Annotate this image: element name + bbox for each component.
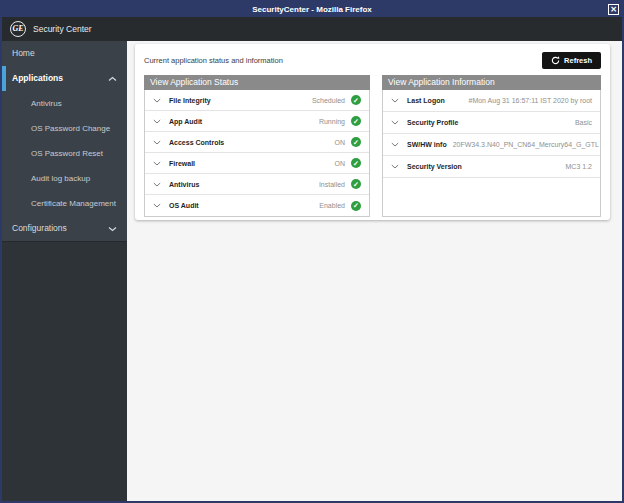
chevron-down-icon[interactable] [153, 203, 161, 208]
success-check-icon: ✓ [351, 95, 361, 105]
status-row[interactable]: App Audit Running ✓ [145, 111, 369, 132]
sidebar-item-os-password-reset[interactable]: OS Password Reset [2, 141, 127, 166]
status-label: App Audit [169, 118, 202, 125]
chevron-down-icon[interactable] [153, 182, 161, 187]
sidebar-item-home[interactable]: Home [2, 41, 127, 66]
main-content: Current application status and informati… [127, 41, 622, 501]
status-label: File Integrity [169, 97, 211, 104]
firefox-window: SecurityCenter - Mozilla Firefox ✕ GE Se… [0, 0, 624, 503]
refresh-icon [551, 56, 560, 65]
status-value: ON [335, 160, 346, 167]
info-row[interactable]: Last Logon #Mon Aug 31 16:57:11 IST 2020… [383, 90, 600, 112]
info-row[interactable]: SW/HW info 20FW34.3.N40_PN_CN64_Mercury6… [383, 134, 600, 156]
success-check-icon: ✓ [351, 116, 361, 126]
chevron-up-icon [108, 76, 117, 82]
refresh-button[interactable]: Refresh [542, 52, 601, 69]
status-label: OS Audit [169, 202, 199, 209]
status-row[interactable]: Antivirus Installed ✓ [145, 174, 369, 195]
chevron-down-icon[interactable] [391, 142, 399, 147]
sidebar-item-configurations[interactable]: Configurations [2, 216, 127, 242]
sidebar-item-label: Applications [12, 74, 63, 83]
success-check-icon: ✓ [351, 201, 361, 211]
window-body: Home Applications Antivirus OS Password … [2, 41, 622, 501]
sidebar: Home Applications Antivirus OS Password … [2, 41, 127, 501]
close-icon: ✕ [610, 6, 617, 14]
success-check-icon: ✓ [351, 137, 361, 147]
sidebar-item-audit-log-backup[interactable]: Audit log backup [2, 166, 127, 191]
success-check-icon: ✓ [351, 179, 361, 189]
window-titlebar[interactable]: SecurityCenter - Mozilla Firefox ✕ [2, 2, 622, 17]
chevron-down-icon[interactable] [153, 140, 161, 145]
status-panel-body: File Integrity Scheduled ✓ App Audit Run… [144, 90, 370, 217]
status-card: Current application status and informati… [135, 44, 610, 220]
window-title: SecurityCenter - Mozilla Firefox [252, 5, 372, 14]
status-label: Access Controls [169, 139, 224, 146]
chevron-down-icon[interactable] [153, 119, 161, 124]
info-row[interactable]: Security Version MC3 1.2 [383, 156, 600, 178]
status-value: Enabled [319, 202, 345, 209]
panels-row: View Application Status File Integrity S… [144, 75, 601, 217]
chevron-down-icon[interactable] [391, 98, 399, 103]
success-check-icon: ✓ [351, 158, 361, 168]
info-panel: View Application Information Last Logon … [382, 75, 601, 217]
info-panel-title: View Application Information [382, 75, 601, 90]
info-value: Basic [575, 119, 592, 126]
info-label: Last Logon [407, 97, 445, 104]
info-label: SW/HW info [407, 141, 447, 148]
app-title: Security Center [33, 24, 92, 34]
status-value: Scheduled [312, 97, 345, 104]
sidebar-item-applications[interactable]: Applications [2, 66, 127, 91]
chevron-down-icon[interactable] [153, 161, 161, 166]
ge-logo-icon: GE [10, 21, 26, 37]
status-label: Firewall [169, 160, 195, 167]
status-panel: View Application Status File Integrity S… [144, 75, 370, 217]
info-panel-body: Last Logon #Mon Aug 31 16:57:11 IST 2020… [382, 90, 601, 217]
sidebar-item-os-password-change[interactable]: OS Password Change [2, 116, 127, 141]
page-subtitle: Current application status and informati… [144, 56, 283, 65]
sidebar-filler [2, 242, 127, 501]
sidebar-item-certificate-management[interactable]: Certificate Management [2, 191, 127, 216]
status-row[interactable]: Firewall ON ✓ [145, 153, 369, 174]
ge-logo-text: GE [12, 25, 23, 33]
status-value: Running [319, 118, 345, 125]
status-row[interactable]: OS Audit Enabled ✓ [145, 195, 369, 216]
info-value: #Mon Aug 31 16:57:11 IST 2020 by root [469, 97, 593, 104]
status-value: ON [335, 139, 346, 146]
info-value: MC3 1.2 [566, 163, 592, 170]
status-label: Antivirus [169, 181, 199, 188]
info-row[interactable]: Security Profile Basic [383, 112, 600, 134]
info-label: Security Version [407, 163, 462, 170]
info-label: Security Profile [407, 119, 458, 126]
sidebar-item-antivirus[interactable]: Antivirus [2, 91, 127, 116]
close-button[interactable]: ✕ [608, 4, 619, 15]
sidebar-nav: Home Applications Antivirus OS Password … [2, 41, 127, 242]
info-value: 20FW34.3.N40_PN_CN64_Mercury64_G_GTL [453, 141, 599, 148]
chevron-down-icon[interactable] [153, 98, 161, 103]
app-header: GE Security Center [2, 17, 622, 41]
status-row[interactable]: Access Controls ON ✓ [145, 132, 369, 153]
refresh-label: Refresh [564, 56, 592, 65]
status-row[interactable]: File Integrity Scheduled ✓ [145, 90, 369, 111]
chevron-down-icon[interactable] [391, 164, 399, 169]
card-toolbar: Current application status and informati… [144, 51, 601, 69]
chevron-down-icon [108, 226, 117, 232]
status-value: Installed [319, 181, 345, 188]
status-panel-title: View Application Status [144, 75, 370, 90]
chevron-down-icon[interactable] [391, 120, 399, 125]
sidebar-item-label: Configurations [12, 224, 67, 233]
